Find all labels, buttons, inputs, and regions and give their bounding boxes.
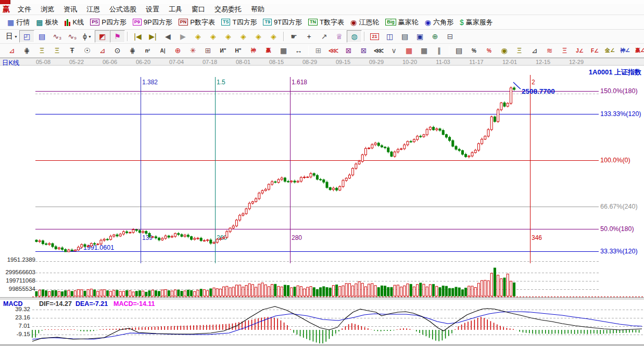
feature-button-t-number-table[interactable]: TNT数字表: [305, 16, 347, 29]
zoom-in-button[interactable]: ◈: [221, 30, 236, 43]
feature-button-9t-square[interactable]: T99T四方形: [260, 16, 305, 29]
compress-9-button[interactable]: ∿9: [65, 30, 80, 43]
menu-item-trade-order[interactable]: 交易委托: [210, 4, 246, 15]
ying-marker-tool[interactable]: 赢: [261, 44, 276, 57]
info-panel-button[interactable]: ▤: [34, 30, 49, 43]
speed-fan-icon: ⋘: [329, 46, 339, 55]
pane-splitter[interactable]: [0, 297, 644, 300]
compress-3-button[interactable]: ∿3: [49, 30, 65, 43]
a-divider-tool[interactable]: A|: [155, 44, 170, 57]
red-grid-tool[interactable]: ▦: [401, 44, 416, 57]
first-page-button[interactable]: |◀: [130, 30, 145, 43]
web-button[interactable]: ⊕: [427, 30, 443, 43]
feature-button-p-square[interactable]: PSP四方形: [87, 16, 130, 29]
shen-marker-tool[interactable]: 神: [246, 44, 261, 57]
k-quote-tool[interactable]: И": [216, 44, 231, 57]
price-grid-tool[interactable]: ▦: [276, 44, 291, 57]
feature-button-winner-service[interactable]: $赢家服务: [457, 16, 496, 29]
trend-fan-tool[interactable]: ⋘: [371, 44, 386, 57]
h-quote-tool[interactable]: Н": [231, 44, 246, 57]
bar-width-tool[interactable]: ↔: [291, 44, 306, 57]
date-axis[interactable]: 05-0805-2206-0606-2007-0407-1808-0108-15…: [0, 58, 644, 66]
comb-plain-tool[interactable]: ⋕: [125, 44, 140, 57]
parallel-lines-tool[interactable]: ∥: [432, 44, 447, 57]
menu-item-settings[interactable]: 设置: [141, 4, 164, 15]
circle-cross-tool[interactable]: ⊕: [170, 44, 185, 57]
feature-button-winner-wheel[interactable]: Big赢家轮: [382, 16, 422, 29]
percent-tool[interactable]: %: [466, 44, 482, 57]
feature-button-gann-wheel[interactable]: ◉江恩轮: [347, 16, 382, 29]
feature-button-sectors[interactable]: ▩板块: [33, 16, 61, 29]
menu-item-browse[interactable]: 浏览: [36, 4, 59, 15]
menu-item-window[interactable]: 窗口: [187, 4, 210, 15]
diag-box-tool[interactable]: ⊠: [356, 44, 371, 57]
arrow-grid-tool[interactable]: ▦: [416, 44, 432, 57]
gold-circle-tool[interactable]: ◉: [497, 44, 512, 57]
angle-gold-tool[interactable]: 金∠: [602, 44, 617, 57]
percent-line-tool[interactable]: %: [482, 44, 497, 57]
menu-item-file[interactable]: 文件: [13, 4, 36, 15]
f-comb-tool[interactable]: Ŧ: [65, 44, 80, 57]
report-button[interactable]: ▤: [397, 30, 412, 43]
expand-h-button[interactable]: ◈: [251, 30, 266, 43]
cycle-dial-tool[interactable]: ⊙: [110, 44, 125, 57]
candle-style-dropdown[interactable]: ϕ▼: [80, 30, 95, 43]
trumpet-tool[interactable]: ⊿: [4, 44, 19, 57]
hand-tool-button[interactable]: ☛: [286, 30, 301, 43]
zoom-out-button[interactable]: ◈: [236, 30, 251, 43]
save-button[interactable]: ▣: [412, 30, 427, 43]
gold-bars-tool[interactable]: Ξ: [512, 44, 527, 57]
fan-box-tool[interactable]: ⊠: [341, 44, 356, 57]
feature-button-quotes[interactable]: ▦行情: [4, 16, 33, 29]
menu-item-tools[interactable]: 工具: [164, 4, 187, 15]
wave-tool-button[interactable]: ◍: [347, 30, 362, 43]
angle-f-tool[interactable]: F∠: [587, 44, 602, 57]
wave-range-tool[interactable]: ≋: [542, 44, 557, 57]
angle-ying-tool[interactable]: 赢∠: [633, 44, 644, 57]
shift-left-button[interactable]: ◈: [191, 30, 206, 43]
star-grid-tool[interactable]: ✳: [185, 44, 200, 57]
period-day-dropdown[interactable]: 日▼: [4, 30, 19, 43]
shift-right-button[interactable]: ◈: [206, 30, 221, 43]
menu-item-formula-stock-pick[interactable]: 公式选股: [105, 4, 141, 15]
calculator-button[interactable]: ◫: [382, 30, 397, 43]
flag-marker-button[interactable]: ⚑: [110, 30, 125, 43]
spiral-dial-tool[interactable]: ☉: [80, 44, 95, 57]
angle-j-tool[interactable]: J∠: [572, 44, 587, 57]
feature-button-9p-square[interactable]: P99P四方形: [130, 16, 175, 29]
gann-shape-button[interactable]: ◩: [95, 30, 110, 43]
angle-shen-tool[interactable]: 神∠: [617, 44, 633, 57]
menu-item-news[interactable]: 资讯: [59, 4, 82, 15]
feature-label: P四方形: [102, 18, 127, 27]
feature-label: T数字表: [320, 18, 344, 27]
calendar-button[interactable]: 21: [367, 30, 382, 43]
n-squared-tool[interactable]: n²: [140, 44, 155, 57]
speed-fan-tool[interactable]: ⋘: [326, 44, 341, 57]
menu-item-help[interactable]: 帮助: [246, 4, 269, 15]
expand-v-button[interactable]: ◈: [266, 30, 281, 43]
trumpet-axis-tool[interactable]: ⊿: [95, 44, 110, 57]
feature-button-t-square[interactable]: TST四方形: [218, 16, 260, 29]
last-page-button[interactable]: ▶|: [145, 30, 160, 43]
zigzag-tool[interactable]: ∨: [386, 44, 401, 57]
gold-comb-tool[interactable]: Ξ: [34, 44, 49, 57]
gann-percent-label: 100.0%(0): [600, 157, 630, 164]
chart-window-button[interactable]: ◰: [19, 30, 34, 43]
gold-box-tool[interactable]: Ξ: [557, 44, 572, 57]
crosshair-tool-button[interactable]: +: [301, 30, 317, 43]
grid-star-tool[interactable]: ⊞: [200, 44, 216, 57]
feature-button-p-number-table[interactable]: PNP数字表: [175, 16, 218, 29]
menu-item-gann[interactable]: 江恩: [82, 4, 105, 15]
gold-comb-alt-tool[interactable]: Ξ: [49, 44, 65, 57]
line-tool-button[interactable]: ↗: [317, 30, 332, 43]
print-button[interactable]: ⊟: [443, 30, 458, 43]
box-ruler-tool[interactable]: ⊞: [311, 44, 326, 57]
prev-bar-button[interactable]: ◀: [160, 30, 175, 43]
ratio-table-tool[interactable]: ▤: [451, 44, 466, 57]
gann-tool-button[interactable]: ♕: [332, 30, 347, 43]
feature-button-hexagon[interactable]: ◉六角形: [422, 16, 457, 29]
comb-ruler-tool[interactable]: ⋕: [19, 44, 34, 57]
next-bar-button[interactable]: ▶: [175, 30, 191, 43]
feature-button-kline[interactable]: K线: [61, 16, 87, 29]
pen-mark-tool[interactable]: ⊿: [527, 44, 542, 57]
